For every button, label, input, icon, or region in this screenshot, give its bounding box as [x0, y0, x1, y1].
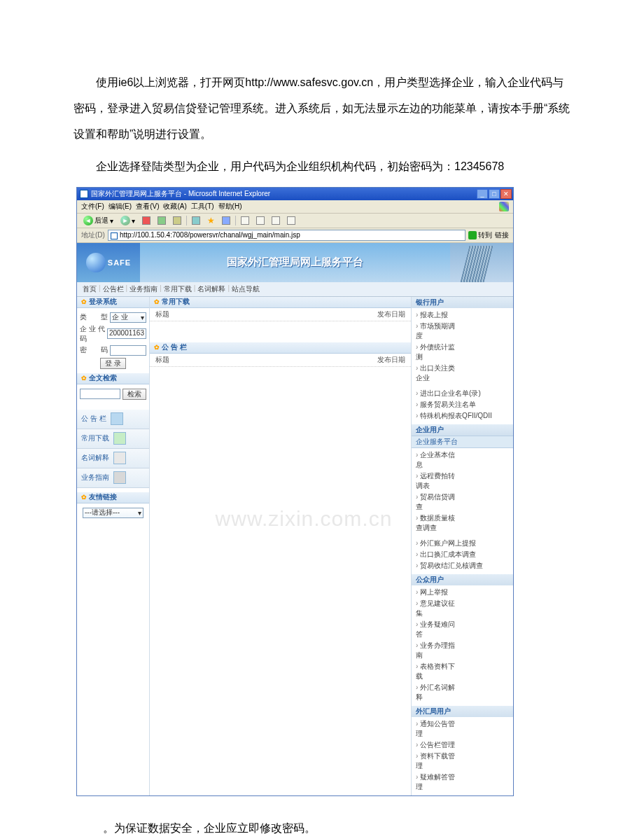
sidebar-tab-glossary[interactable]: 名词解释 [77, 449, 149, 468]
nav-glossary[interactable]: 名词解释 [197, 284, 225, 294]
star-icon: ✿ [154, 344, 160, 351]
titlebar: 国家外汇管理局网上服务平台 - Microsoft Internet Explo… [77, 188, 513, 200]
app-icon [80, 190, 88, 198]
pub-user-header: 公众用户 [412, 574, 513, 585]
list-item[interactable]: 出口换汇成本调查 [416, 549, 509, 560]
download-icon [113, 432, 126, 445]
list-item[interactable]: 外汇账户网上提报 [416, 538, 509, 549]
search-panel: 检索 [77, 384, 149, 404]
home-button[interactable] [171, 216, 183, 225]
list-item[interactable]: 通知公告管理 [416, 718, 461, 739]
address-label: 地址(D) [81, 230, 105, 240]
ie-logo-icon [499, 202, 509, 211]
ent-sub-header: 企业服务平台 [412, 436, 513, 448]
refresh-button[interactable] [155, 216, 168, 225]
list-item[interactable]: 贸易信贷调查 [416, 492, 461, 513]
list-item[interactable]: 公告栏管理 [416, 739, 461, 751]
go-button[interactable]: 转到 [468, 230, 492, 240]
download-section-header: ✿常用下载 [150, 297, 411, 308]
paragraph-1: 使用ie6以上浏览器，打开网页http://www.safesvc.gov.cn… [74, 70, 570, 147]
minimize-button[interactable]: _ [477, 189, 488, 199]
back-button[interactable]: ◄后退 ▾ [81, 215, 115, 226]
list-item[interactable]: 企业基本信息 [416, 450, 461, 471]
close-button[interactable]: ✕ [500, 189, 512, 199]
list-item[interactable]: 服务贸易关注名单 [416, 399, 509, 410]
list-item[interactable]: 疑难解答管理 [416, 772, 461, 793]
menubar: 文件(F) 编辑(E) 查看(V) 收藏(A) 工具(T) 帮助(H) [77, 200, 513, 214]
right-column: 银行用户 报表上报 市场预期调度 外债统计监测 出口关注类企业 进出口企业名单(… [411, 297, 513, 795]
nav-home[interactable]: 首页 [83, 284, 97, 294]
addressbar: 地址(D) http://100.1.50.4:7008/powersvr/ch… [77, 228, 513, 242]
middle-column: ✿常用下载 标题发布日期 ✿公 告 栏 标题发布日期 [150, 297, 411, 795]
safe-block: SAFE [77, 243, 140, 282]
notice-list-header: 标题发布日期 [150, 354, 411, 367]
chevron-down-icon: ▾ [141, 314, 144, 321]
list-item[interactable]: 资料下载管理 [416, 751, 461, 772]
nav-notice[interactable]: 公告栏 [103, 284, 124, 294]
menu-file[interactable]: 文件(F) [81, 202, 104, 211]
list-item[interactable]: 进出口企业名单(录) [416, 388, 509, 399]
menu-tools[interactable]: 工具(T) [191, 202, 214, 211]
list-item[interactable]: 出口关注类企业 [416, 363, 461, 384]
list-item[interactable]: 业务办理指南 [416, 640, 461, 661]
search-button[interactable] [190, 216, 202, 225]
search-input[interactable] [80, 389, 120, 399]
stop-button[interactable] [140, 216, 153, 225]
nav-sitemap[interactable]: 站点导航 [232, 284, 260, 294]
window-title: 国家外汇管理局网上服务平台 - Microsoft Internet Explo… [91, 189, 270, 199]
discuss-button[interactable] [285, 216, 298, 225]
menu-view[interactable]: 查看(V) [136, 202, 159, 211]
page-content: www.zixin.com.cn SAFE 国家外汇管理局网上服务平台 首页| … [77, 243, 513, 795]
favorites-button[interactable]: ★ [205, 215, 217, 226]
sidebar-tab-download[interactable]: 常用下载 [77, 429, 149, 449]
list-item[interactable]: 贸易收结汇兑核调查 [416, 560, 509, 571]
sidebar-tab-guide[interactable]: 业务指南 [77, 468, 149, 488]
list-item[interactable]: 网上举报 [416, 587, 461, 598]
type-select[interactable]: 企 业▾ [110, 312, 146, 323]
navbar: 首页| 公告栏| 业务指南| 常用下载| 名词解释| 站点导航 [77, 282, 513, 297]
forward-button[interactable]: ► ▾ [118, 215, 137, 226]
list-item[interactable]: 数据质量核查调查 [416, 513, 461, 534]
code-input[interactable]: 200001163 [107, 328, 146, 339]
edit-button[interactable] [270, 216, 282, 225]
after-figure-note: 。为保证数据安全，企业应立即修改密码。 [103, 816, 570, 834]
pwd-label: 密 码 [80, 345, 108, 355]
download-list-header: 标题发布日期 [150, 308, 411, 321]
search-button[interactable]: 检索 [122, 389, 146, 400]
star-icon: ✿ [81, 298, 87, 305]
search-panel-header: ✿全文检索 [77, 373, 149, 384]
nav-download[interactable]: 常用下载 [164, 284, 192, 294]
login-panel-header: ✿登录系统 [77, 297, 149, 308]
list-item[interactable]: 外债统计监测 [416, 342, 461, 363]
menu-favorites[interactable]: 收藏(A) [163, 202, 186, 211]
star-icon: ✿ [81, 494, 87, 501]
chevron-down-icon: ▾ [138, 509, 141, 517]
toolbar: ◄后退 ▾ ► ▾ ★ [77, 214, 513, 228]
code-label: 企业代码 [80, 324, 105, 344]
paragraph-2: 企业选择登陆类型为企业，用户代码为企业组织机构代码，初始密码为：12345678 [74, 154, 570, 180]
mail-button[interactable] [239, 216, 251, 225]
links-label[interactable]: 链接 [495, 230, 509, 240]
maximize-button[interactable]: □ [489, 189, 500, 199]
sidebar-tab-notice[interactable]: 公 告 栏 [77, 410, 149, 429]
list-item[interactable]: 业务疑难问答 [416, 619, 461, 640]
print-button[interactable] [254, 216, 267, 225]
banner-building-icon [450, 243, 513, 282]
bank-user-list: 报表上报 市场预期调度 外债统计监测 出口关注类企业 [412, 308, 513, 387]
list-item[interactable]: 意见建议征集 [416, 598, 461, 619]
menu-edit[interactable]: 编辑(E) [108, 202, 132, 211]
pwd-input[interactable] [110, 345, 146, 356]
list-item[interactable]: 特殊机构报表QFII/QDII [416, 410, 509, 422]
list-item[interactable]: 远程费拍转调表 [416, 471, 461, 492]
address-input[interactable]: http://100.1.50.4:7008/powersvr/chanal/w… [108, 230, 465, 240]
list-item[interactable]: 表格资料下载 [416, 661, 461, 682]
history-button[interactable] [220, 216, 232, 225]
links-select[interactable]: ---请选择---▾ [83, 508, 144, 518]
login-button[interactable]: 登 录 [100, 358, 126, 369]
list-item[interactable]: 市场预期调度 [416, 321, 461, 342]
nav-guide[interactable]: 业务指南 [130, 284, 158, 294]
menu-help[interactable]: 帮助(H) [218, 202, 242, 211]
list-item[interactable]: 外汇名词解释 [416, 682, 461, 703]
list-item[interactable]: 报表上报 [416, 310, 461, 321]
star-icon: ✿ [81, 375, 87, 382]
